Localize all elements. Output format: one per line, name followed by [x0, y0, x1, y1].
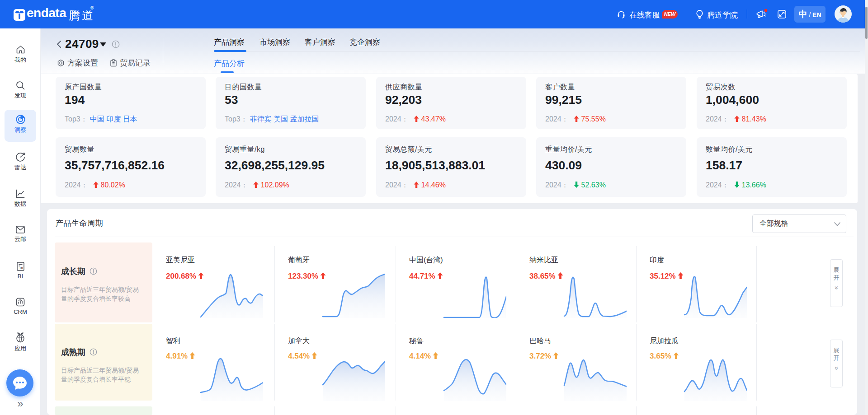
- svg-text:BI: BI: [19, 266, 23, 270]
